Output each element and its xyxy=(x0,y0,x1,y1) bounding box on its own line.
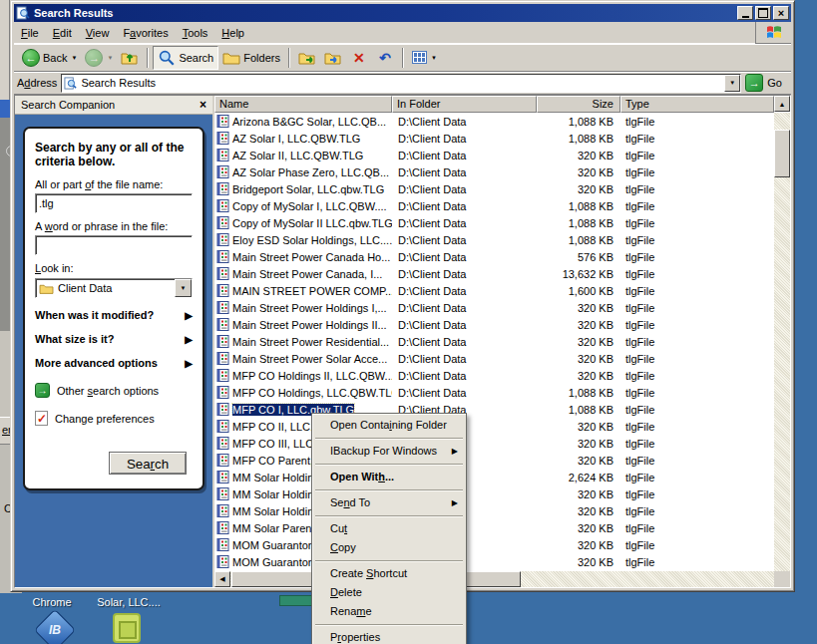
scroll-up-icon[interactable]: ▲ xyxy=(774,96,790,112)
quickbooks-desktop-icon[interactable] xyxy=(113,613,141,643)
question-label: More advanced options xyxy=(35,357,163,370)
table-row[interactable]: MFP CO Holdings, LLC.QBW.TLG D:\Client D… xyxy=(214,384,774,401)
table-row[interactable]: MFP CO II, LLC. D:\Client Data 320 KB tl… xyxy=(214,418,774,435)
question-1[interactable]: When was it modified?▶ xyxy=(35,309,193,322)
copy-to-icon xyxy=(324,49,342,67)
question-label: What size is it? xyxy=(35,333,163,346)
forward-button[interactable]: → ▼ xyxy=(81,46,117,70)
scroll-left-icon[interactable]: ◀ xyxy=(214,571,230,587)
desktop-icon-label-solar[interactable]: Solar, LLC.... xyxy=(92,596,166,608)
menu-view[interactable]: View xyxy=(79,25,117,41)
table-row[interactable]: Eloy ESD Solar Holdings, LLC.... D:\Clie… xyxy=(214,231,774,248)
table-row[interactable]: MFP CO III, LLC D:\Client Data 320 KB tl… xyxy=(214,435,774,452)
table-row[interactable]: Copy of MySolar II LLC.qbw.TLG D:\Client… xyxy=(214,214,774,231)
toolbar-separator xyxy=(288,48,290,68)
move-to-button[interactable] xyxy=(294,46,320,70)
context-menu-item-open-with[interactable]: Open With... xyxy=(313,468,465,486)
question-2[interactable]: What size is it?▶ xyxy=(35,333,193,346)
menu-tools[interactable]: Tools xyxy=(176,25,215,41)
table-row[interactable]: Main Street Power Residential... D:\Clie… xyxy=(214,333,774,350)
back-dropdown-caret[interactable]: ▼ xyxy=(71,55,77,61)
file-size: 320 KB xyxy=(537,488,620,500)
look-in-dropdown-button[interactable]: ▼ xyxy=(175,279,192,297)
context-menu-item-cut[interactable]: Cut xyxy=(313,519,465,538)
change-preferences[interactable]: Change preferences xyxy=(35,411,193,426)
table-row[interactable]: MAIN STREET POWER COMP... D:\Client Data… xyxy=(214,282,774,299)
file-size: 320 KB xyxy=(537,319,620,331)
tlg-file-icon xyxy=(216,521,229,534)
context-menu-item-delete[interactable]: Delete xyxy=(313,583,465,602)
tlg-file-icon xyxy=(216,538,229,551)
ibackup-desktop-icon[interactable]: IB xyxy=(34,609,76,644)
table-row[interactable]: MFP CO Holdings II, LLC.QBW... D:\Client… xyxy=(214,367,774,384)
table-row[interactable]: MFP CO I, LLC.qbw.TLG D:\Client Data 1,0… xyxy=(214,401,774,418)
table-row[interactable]: Main Street Power Solar Acce... D:\Clien… xyxy=(214,350,774,367)
minimize-button[interactable] xyxy=(737,6,753,20)
undo-button[interactable]: ↷ xyxy=(372,46,398,70)
go-button[interactable]: → Go xyxy=(745,74,788,92)
up-button[interactable] xyxy=(117,46,143,70)
file-type: tlgFile xyxy=(620,488,774,500)
table-row[interactable]: MM Solar Holdin D:\Client Data 320 KB tl… xyxy=(214,485,774,502)
horizontal-scrollbar[interactable] xyxy=(214,571,774,587)
copy-to-button[interactable] xyxy=(320,46,346,70)
table-row[interactable]: Arizona B&GC Solar, LLC.QB... D:\Client … xyxy=(214,113,774,130)
menu-edit[interactable]: Edit xyxy=(46,25,79,41)
table-row[interactable]: AZ Solar II, LLC.QBW.TLG D:\Client Data … xyxy=(214,147,774,163)
search-button[interactable]: Search xyxy=(153,46,218,70)
back-button[interactable]: ← Back ▼ xyxy=(18,46,81,70)
table-row[interactable]: Copy of MySolar I, LLC.QBW.... D:\Client… xyxy=(214,197,774,214)
link-label: Change preferences xyxy=(55,413,155,425)
column-header-in-folder[interactable]: In Folder xyxy=(392,96,537,113)
address-combo[interactable]: Search Results ▼ xyxy=(61,74,741,93)
file-name-input[interactable] xyxy=(35,193,193,213)
expand-arrow-icon: ▶ xyxy=(185,309,193,322)
vertical-scrollbar-thumb[interactable] xyxy=(774,130,790,177)
table-row[interactable]: MM Solar Parent D:\Client Data 320 KB tl… xyxy=(214,519,774,536)
table-row[interactable]: Main Street Power Canada, I... D:\Client… xyxy=(214,265,774,282)
desktop-icon-label-chrome[interactable]: Chrome xyxy=(30,596,74,608)
column-header-type[interactable]: Type xyxy=(620,96,774,113)
context-menu-item-send-to[interactable]: Send To▶ xyxy=(313,493,465,512)
column-header-name[interactable]: Name xyxy=(214,96,392,113)
table-row[interactable]: MOM Guarantor D:\Client Data 320 KB tlgF… xyxy=(214,536,774,553)
file-size: 320 KB xyxy=(537,183,620,195)
companion-search-button[interactable]: Search xyxy=(109,452,187,475)
question-3[interactable]: More advanced options▶ xyxy=(35,357,193,370)
table-row[interactable]: Main Street Power Holdings II... D:\Clie… xyxy=(214,316,774,333)
table-row[interactable]: Main Street Power Canada Ho... D:\Client… xyxy=(214,248,774,265)
address-dropdown-button[interactable]: ▼ xyxy=(724,75,740,92)
delete-button[interactable]: ✕ xyxy=(346,46,372,70)
table-row[interactable]: AZ Solar I, LLC.QBW.TLG D:\Client Data 1… xyxy=(214,130,774,147)
vertical-scrollbar[interactable] xyxy=(774,113,790,571)
menu-favorites[interactable]: Favorites xyxy=(116,25,175,41)
context-menu-item-copy[interactable]: Copy xyxy=(313,538,465,557)
file-folder: D:\Client Data xyxy=(392,268,537,280)
look-in-combo[interactable]: Client Data ▼ xyxy=(35,278,193,298)
phrase-input[interactable] xyxy=(35,235,193,255)
table-row[interactable]: MOM Guarantor D:\Client Data 320 KB tlgF… xyxy=(214,553,774,570)
context-menu-item-rename[interactable]: Rename xyxy=(313,602,465,621)
file-type: tlgFile xyxy=(620,387,774,399)
folders-button[interactable]: Folders xyxy=(218,46,284,70)
table-row[interactable]: Main Street Power Holdings I,... D:\Clie… xyxy=(214,299,774,316)
context-menu-item-ibackup-for-windows[interactable]: IBackup For Windows▶ xyxy=(313,442,465,461)
context-menu-item-create-shortcut[interactable]: Create Shortcut xyxy=(313,564,465,583)
column-header-size[interactable]: Size xyxy=(537,96,620,113)
other-search-options[interactable]: →Other search options xyxy=(35,383,193,398)
views-button[interactable]: ▼ xyxy=(408,46,441,70)
close-button[interactable]: × xyxy=(773,6,789,20)
table-row[interactable]: MFP CO Parent, D:\Client Data 320 KB tlg… xyxy=(214,452,774,469)
title-bar[interactable]: Search Results × xyxy=(14,4,791,22)
menu-file[interactable]: File xyxy=(14,25,46,41)
companion-close-icon[interactable]: × xyxy=(200,98,206,112)
maximize-button[interactable] xyxy=(755,6,771,20)
menu-help[interactable]: Help xyxy=(214,25,251,41)
context-menu-item-open-containing-folder[interactable]: Open Containing Folder xyxy=(313,416,465,435)
folders-label: Folders xyxy=(243,52,280,64)
table-row[interactable]: Bridgeport Solar, LLC.qbw.TLG D:\Client … xyxy=(214,180,774,197)
table-row[interactable]: MM Solar Holdin D:\Client Data 2,624 KB … xyxy=(214,469,774,485)
table-row[interactable]: MM Solar Holdin D:\Client Data 320 KB tl… xyxy=(214,502,774,519)
context-menu-item-properties[interactable]: Properties xyxy=(313,628,465,644)
table-row[interactable]: AZ Solar Phase Zero, LLC.QB... D:\Client… xyxy=(214,163,774,180)
